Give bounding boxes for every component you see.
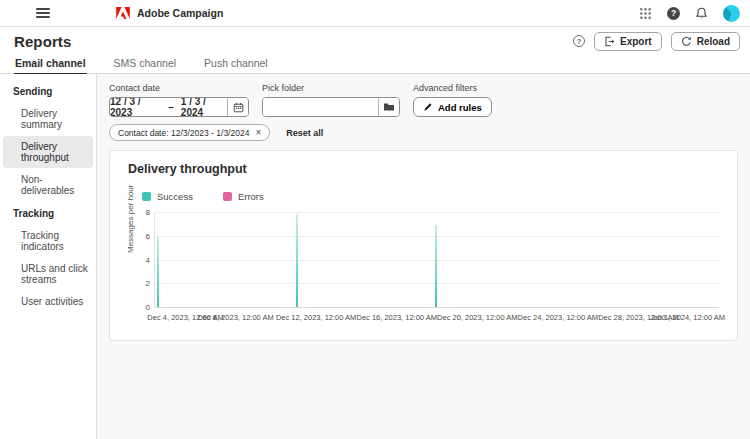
hamburger-menu-icon[interactable]: [36, 8, 50, 18]
sidebar-section-sending: Sending: [0, 80, 96, 102]
channel-tabs: Email channel SMS channel Push channel: [0, 55, 750, 74]
chart-area: Messages per hour 02468 Dec 4, 2023, 12:…: [128, 213, 719, 326]
x-tick-label: Jan 1, 2024, 12:00 AM: [650, 313, 725, 322]
tab-email-channel[interactable]: Email channel: [14, 55, 87, 75]
gridline: [155, 260, 719, 261]
date-end: 1 / 3 / 2024: [181, 97, 227, 117]
advanced-filters-field: Advanced filters Add rules: [413, 83, 492, 117]
chart-legend: Success Errors: [142, 191, 719, 202]
sidebar-item-delivery-throughput[interactable]: Delivery throughput: [3, 136, 93, 168]
export-button[interactable]: Export: [594, 32, 662, 51]
pick-folder-label: Pick folder: [262, 83, 400, 93]
date-separator: –: [168, 102, 174, 113]
y-tick-label: 2: [146, 279, 150, 288]
pick-folder-input[interactable]: [263, 98, 378, 116]
page-header: Reports ? Export Reload: [0, 27, 750, 55]
page-title: Reports: [14, 33, 71, 50]
contact-date-filter-chip[interactable]: Contact date: 12/3/2023 - 1/3/2024 ×: [109, 124, 270, 141]
y-axis-title: Messages per hour: [128, 213, 138, 326]
chart-bar-success[interactable]: [296, 214, 298, 307]
gridline: [155, 212, 719, 213]
main-content: Contact date 12 / 3 / 2023 – 1 / 3 / 202…: [97, 74, 750, 439]
chart-title: Delivery throughput: [128, 162, 719, 176]
legend-item-errors[interactable]: Errors: [223, 191, 264, 202]
pick-folder-field: Pick folder: [262, 83, 400, 117]
x-tick-label: Dec 16, 2023, 12:00 AM: [356, 313, 436, 322]
reports-sidebar: Sending Delivery summary Delivery throug…: [0, 74, 97, 439]
user-avatar[interactable]: [723, 5, 740, 22]
app-title: Adobe Campaign: [137, 7, 223, 19]
y-tick-label: 4: [146, 256, 150, 265]
x-tick-label: Dec 12, 2023, 12:00 AM: [276, 313, 356, 322]
success-swatch: [142, 192, 151, 201]
sidebar-item-delivery-summary[interactable]: Delivery summary: [3, 103, 93, 135]
chart-bar-success[interactable]: [435, 225, 437, 307]
chart-bar-success[interactable]: [157, 237, 159, 307]
brand: Adobe Campaign: [116, 7, 223, 19]
sidebar-item-user-activities[interactable]: User activities: [3, 291, 93, 312]
x-tick-label: Dec 8, 2023, 12:00 AM: [197, 313, 273, 322]
sidebar-item-urls-click-streams[interactable]: URLs and click streams: [3, 258, 93, 290]
contact-date-label: Contact date: [109, 83, 249, 93]
x-tick-label: Dec 24, 2023, 12:00 AM: [518, 313, 598, 322]
y-tick-label: 0: [146, 303, 150, 312]
active-filters-row: Contact date: 12/3/2023 - 1/3/2024 × Res…: [109, 124, 738, 141]
help-icon[interactable]: ?: [667, 7, 680, 20]
gridline: [155, 236, 719, 237]
report-info-icon[interactable]: ?: [573, 35, 585, 47]
date-start: 12 / 3 / 2023: [110, 97, 161, 117]
legend-item-success[interactable]: Success: [142, 191, 193, 202]
sidebar-section-tracking: Tracking: [0, 202, 96, 224]
adobe-logo-icon: [116, 7, 130, 19]
reload-icon: [681, 36, 692, 47]
contact-date-input[interactable]: 12 / 3 / 2023 – 1 / 3 / 2024: [109, 97, 249, 117]
gridline: [155, 283, 719, 284]
advanced-filters-label: Advanced filters: [413, 83, 492, 93]
delivery-throughput-card: Delivery throughput Success Errors Messa…: [109, 150, 738, 341]
sidebar-item-non-deliverables[interactable]: Non-deliverables: [3, 169, 93, 201]
top-bar: Adobe Campaign ?: [0, 0, 750, 27]
notifications-bell-icon[interactable]: [695, 7, 708, 20]
filters-bar: Contact date 12 / 3 / 2023 – 1 / 3 / 202…: [109, 83, 738, 117]
export-icon: [604, 36, 615, 47]
app-switcher-grid-icon[interactable]: [639, 7, 652, 20]
chip-close-icon[interactable]: ×: [255, 128, 261, 138]
sidebar-item-tracking-indicators[interactable]: Tracking indicators: [3, 225, 93, 257]
reset-all-button[interactable]: Reset all: [286, 128, 323, 138]
y-tick-label: 6: [146, 232, 150, 241]
tab-sms-channel[interactable]: SMS channel: [113, 55, 177, 75]
contact-date-field: Contact date 12 / 3 / 2023 – 1 / 3 / 202…: [109, 83, 249, 117]
x-axis-labels: Dec 4, 2023, 12:00 AMDec 8, 2023, 12:00 …: [155, 313, 719, 325]
reload-button[interactable]: Reload: [671, 32, 740, 51]
tab-push-channel[interactable]: Push channel: [203, 55, 269, 75]
pencil-icon: [423, 102, 433, 112]
chip-text: Contact date: 12/3/2023 - 1/3/2024: [118, 128, 249, 138]
plot-area[interactable]: Dec 4, 2023, 12:00 AMDec 8, 2023, 12:00 …: [154, 213, 719, 308]
errors-swatch: [223, 192, 232, 201]
folder-icon[interactable]: [378, 98, 399, 116]
x-tick-label: Dec 20, 2023, 12:00 AM: [437, 313, 517, 322]
y-axis-ticks: 02468: [138, 213, 154, 308]
x-axis-line: [155, 307, 719, 308]
y-tick-label: 8: [146, 208, 150, 217]
calendar-icon[interactable]: [227, 98, 248, 116]
add-rules-button[interactable]: Add rules: [413, 97, 492, 117]
